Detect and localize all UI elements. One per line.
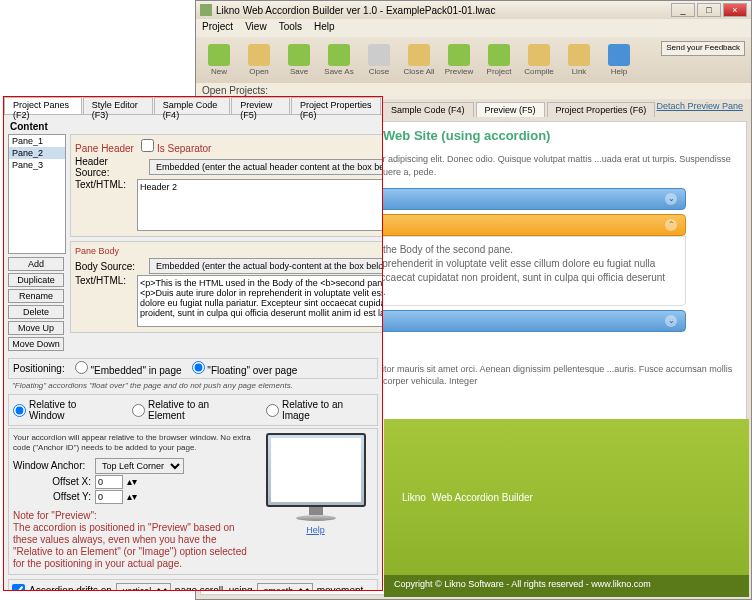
positioning-row: Positioning: "Embedded" in page "Floatin… [8,358,378,379]
relative-window-option[interactable]: Relative to Window [13,399,114,421]
compile-icon [528,44,550,66]
new-button[interactable]: New [202,44,236,76]
body-texthtml-label: Text/HTML: [75,275,133,286]
save-button[interactable]: Save [282,44,316,76]
link-icon [568,44,590,66]
relative-description: Your accordion will appear relative to t… [13,433,252,454]
body-source-select[interactable]: Embedded (enter the actual body-content … [149,258,382,274]
preview-button[interactable]: Preview [442,44,476,76]
pane-header-group: Pane Header Is Separator Header Source:E… [70,134,382,237]
closeall-label: Close All [403,67,434,76]
move-up-button[interactable]: Move Up [8,321,64,335]
banner-copyright: Copyright © Likno Software - All rights … [384,575,749,597]
compile-button[interactable]: Compile [522,44,556,76]
preview-note: Note for "Preview":The accordion is posi… [13,510,252,570]
fg-tab-project-properties[interactable]: Project Properties (F6) [291,97,381,114]
menu-view[interactable]: View [245,21,267,35]
detach-preview-link[interactable]: Detach Preview Pane [656,101,743,111]
open-label: Open [249,67,269,76]
anchor-select[interactable]: Top Left Corner [95,458,184,474]
close-icon [368,44,390,66]
monitor-preview-image: Help [258,433,373,538]
saveas-icon [328,44,350,66]
help-button[interactable]: Help [602,44,636,76]
body-text-input[interactable] [137,275,382,327]
embedded-radio-label: "Embedded" in page [75,361,182,376]
panes-listbox[interactable]: Pane_1Pane_2Pane_3 [8,134,66,254]
header-source-select[interactable]: Embedded (enter the actual header conten… [149,159,382,175]
floating-radio-label: "Floating" over page [192,361,298,376]
save-icon [288,44,310,66]
fg-tab-preview[interactable]: Preview (F5) [231,97,290,114]
pane-header-title: Pane Header Is Separator [75,139,382,154]
help-link[interactable]: Help [306,525,325,535]
saveas-button[interactable]: Save As [322,44,356,76]
delete-button[interactable]: Delete [8,305,64,319]
header-text-input[interactable] [137,179,382,231]
offsetx-input[interactable] [95,475,123,489]
close-button[interactable]: Close [362,44,396,76]
menu-tools[interactable]: Tools [279,21,302,35]
closeall-button[interactable]: Close All [402,44,436,76]
pane-body-group: Pane Body Body Source:Embedded (enter th… [70,241,382,333]
relative-image-option[interactable]: Relative to an Image [266,399,373,421]
floating-radio[interactable] [192,361,205,374]
add-button[interactable]: Add [8,257,64,271]
floating-note: "Floating" accordions "float over" the p… [8,379,378,392]
banner-brand-right: Web Accordion Builder [432,492,533,503]
project-label: Project [487,67,512,76]
help-label: Help [611,67,627,76]
is-separator-checkbox[interactable] [141,139,154,152]
close-button[interactable]: × [723,3,747,17]
minimize-button[interactable]: _ [671,3,695,17]
bg-tab-preview[interactable]: Preview (F5) [476,102,545,117]
fg-tab-style-editor[interactable]: Style Editor (F3) [83,97,153,114]
close-label: Close [369,67,389,76]
preview-label: Preview [445,67,473,76]
bg-tab-project-properties[interactable]: Project Properties (F6) [547,102,656,117]
offsety-label: Offset Y: [13,491,91,502]
menu-project[interactable]: Project [202,21,233,35]
saveas-label: Save As [324,67,353,76]
offsety-input[interactable] [95,490,123,504]
drift-movement-select[interactable]: smooth [257,583,313,590]
maximize-button[interactable]: □ [697,3,721,17]
duplicate-button[interactable]: Duplicate [8,273,64,287]
embedded-radio[interactable] [75,361,88,374]
pane-item-3[interactable]: Pane_3 [9,159,65,171]
offsetx-spinner[interactable]: ▴▾ [127,476,137,487]
fg-tab-project-panes[interactable]: Project Panes (F2) [4,97,82,114]
about-banner: Likno Web Accordion Builder Copyright © … [384,419,749,597]
anchor-label: Window Anchor: [13,460,91,471]
header-source-label: Header Source: [75,156,145,178]
drift-checkbox[interactable] [12,584,25,590]
fg-tab-sample-code[interactable]: Sample Code (F4) [154,97,231,114]
send-feedback-button[interactable]: Send your Feedback [661,41,745,56]
project-button[interactable]: Project [482,44,516,76]
rename-button[interactable]: Rename [8,289,64,303]
offsety-spinner[interactable]: ▴▾ [127,491,137,502]
relative-element-radio[interactable] [132,404,145,417]
pane-body-title: Pane Body [75,246,382,256]
pane-item-1[interactable]: Pane_1 [9,135,65,147]
new-label: New [211,67,227,76]
relative-image-radio[interactable] [266,404,279,417]
link-label: Link [572,67,587,76]
open-button[interactable]: Open [242,44,276,76]
menu-help[interactable]: Help [314,21,335,35]
move-down-button[interactable]: Move Down [8,337,64,351]
link-button[interactable]: Link [562,44,596,76]
content-label: Content [10,121,376,132]
body-source-label: Body Source: [75,261,145,272]
chevron-down-icon: ⌄ [665,315,677,327]
banner-brand-left: Likno [402,492,426,503]
new-icon [208,44,230,66]
pane-item-2[interactable]: Pane_2 [9,147,65,159]
window-title: Likno Web Accordion Builder ver 1.0 - Ex… [216,5,671,16]
relative-window-radio[interactable] [13,404,26,417]
relative-element-option[interactable]: Relative to an Element [132,399,248,421]
bg-tab-sample-code[interactable]: Sample Code (F4) [382,102,474,117]
offsetx-label: Offset X: [13,476,91,487]
compile-label: Compile [524,67,553,76]
drift-direction-select[interactable]: vertical [116,583,171,590]
